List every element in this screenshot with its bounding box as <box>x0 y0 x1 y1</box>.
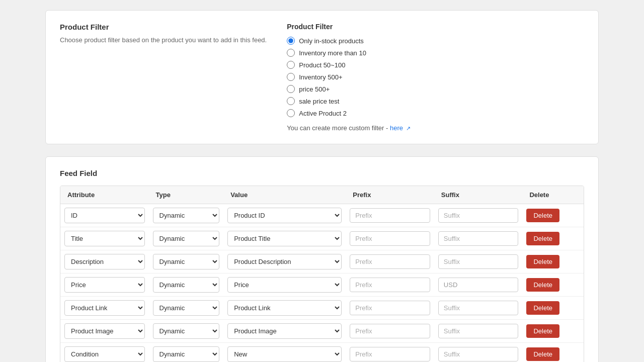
suffix-input-5[interactable] <box>438 324 519 338</box>
type-select-1[interactable]: Dynamic <box>153 231 220 246</box>
suffix-input-4[interactable] <box>438 301 519 315</box>
radio-item-product-50-100: Product 50~100 <box>287 61 584 69</box>
radio-product-50-100[interactable] <box>287 61 295 69</box>
radio-item-inventory-500-plus: Inventory 500+ <box>287 73 584 81</box>
type-select-5[interactable]: Dynamic <box>153 323 220 339</box>
prefix-input-3[interactable] <box>350 278 430 292</box>
table-body: IDDynamicProduct IDDeleteTitleDynamicPro… <box>60 204 584 363</box>
suffix-input-3[interactable] <box>438 278 519 292</box>
custom-filter-link[interactable]: here ↗ <box>390 124 411 132</box>
th-suffix: Suffix <box>434 186 523 204</box>
type-select-4[interactable]: Dynamic <box>153 300 220 316</box>
th-prefix: Prefix <box>346 186 434 204</box>
delete-button-0[interactable]: Delete <box>526 209 559 222</box>
attribute-select-1[interactable]: Title <box>64 231 145 246</box>
value-select-1[interactable]: Product Title <box>227 231 342 246</box>
value-select-5[interactable]: Product Image <box>227 323 342 339</box>
radio-only-in-stock[interactable] <box>287 37 295 45</box>
radio-label-product-50-100[interactable]: Product 50~100 <box>299 61 345 69</box>
radio-label-inventory-500-plus[interactable]: Inventory 500+ <box>299 73 342 81</box>
radio-price-500-plus[interactable] <box>287 85 295 93</box>
value-select-2[interactable]: Product Description <box>227 254 342 269</box>
external-link-icon: ↗ <box>406 125 411 131</box>
radio-label-inventory-more-10[interactable]: Inventory more than 10 <box>299 49 366 57</box>
prefix-input-4[interactable] <box>350 301 430 315</box>
radio-label-only-in-stock[interactable]: Only in-stock products <box>299 37 364 45</box>
delete-button-1[interactable]: Delete <box>526 232 559 245</box>
suffix-input-6[interactable] <box>438 347 519 361</box>
radio-inventory-500-plus[interactable] <box>287 73 295 81</box>
filter-left: Product Filter Choose product filter bas… <box>60 23 267 132</box>
custom-filter-note: You can create more custom filter - here… <box>287 124 584 132</box>
prefix-input-2[interactable] <box>350 254 430 269</box>
radio-item-only-in-stock: Only in-stock products <box>287 37 584 45</box>
th-type: Type <box>149 186 224 204</box>
product-filter-section: Product Filter Choose product filter bas… <box>45 10 599 144</box>
table-row: IDDynamicProduct IDDelete <box>60 204 584 227</box>
radio-item-price-500-plus: price 500+ <box>287 85 584 93</box>
delete-button-5[interactable]: Delete <box>526 324 559 338</box>
delete-button-3[interactable]: Delete <box>526 278 559 292</box>
feed-field-title: Feed Field <box>60 169 584 177</box>
prefix-input-5[interactable] <box>350 324 430 338</box>
attribute-select-0[interactable]: ID <box>64 208 145 223</box>
th-delete: Delete <box>522 186 584 204</box>
table-row: ConditionDynamicNewDelete <box>60 343 584 363</box>
suffix-input-1[interactable] <box>438 231 519 246</box>
prefix-input-6[interactable] <box>350 347 430 361</box>
delete-button-2[interactable]: Delete <box>526 255 559 268</box>
attribute-select-3[interactable]: Price <box>64 277 145 293</box>
table-row: TitleDynamicProduct TitleDelete <box>60 227 584 250</box>
delete-button-6[interactable]: Delete <box>526 347 559 361</box>
feed-field-table: Attribute Type Value Prefix Suffix Delet… <box>60 186 584 362</box>
table-row: DescriptionDynamicProduct DescriptionDel… <box>60 250 584 274</box>
attribute-select-6[interactable]: Condition <box>64 346 145 362</box>
filter-left-title: Product Filter <box>60 23 267 31</box>
table-header-row: Attribute Type Value Prefix Suffix Delet… <box>60 186 584 204</box>
radio-active-product-2[interactable] <box>287 109 295 117</box>
radio-label-price-500-plus[interactable]: price 500+ <box>299 85 330 93</box>
th-value: Value <box>223 186 346 204</box>
table-row: PriceDynamicPriceDelete <box>60 274 584 297</box>
prefix-input-0[interactable] <box>350 208 430 223</box>
filter-left-desc: Choose product filter based on the produ… <box>60 35 267 45</box>
radio-label-active-product-2[interactable]: Active Product 2 <box>299 110 347 117</box>
prefix-input-1[interactable] <box>350 231 430 246</box>
value-select-0[interactable]: Product ID <box>227 208 342 223</box>
radio-item-sale-price-test: sale price test <box>287 97 584 105</box>
suffix-input-2[interactable] <box>438 254 519 269</box>
filter-right: Product Filter Only in-stock productsInv… <box>287 23 584 132</box>
th-attribute: Attribute <box>60 186 149 204</box>
suffix-input-0[interactable] <box>438 208 519 223</box>
table-row: Product LinkDynamicProduct LinkDelete <box>60 297 584 320</box>
radio-item-inventory-more-10: Inventory more than 10 <box>287 49 584 57</box>
table-row: Product ImageDynamicProduct ImageDelete <box>60 320 584 343</box>
page-container: Product Filter Choose product filter bas… <box>45 10 599 362</box>
value-select-6[interactable]: New <box>227 346 342 362</box>
attribute-select-4[interactable]: Product Link <box>64 300 145 316</box>
value-select-3[interactable]: Price <box>227 277 342 293</box>
radio-sale-price-test[interactable] <box>287 97 295 105</box>
table-wrapper: Attribute Type Value Prefix Suffix Delet… <box>60 186 584 362</box>
type-select-3[interactable]: Dynamic <box>153 277 220 293</box>
feed-field-section: Feed Field Attribute Type Value Prefix S… <box>45 156 599 362</box>
radio-group: Only in-stock productsInventory more tha… <box>287 37 584 117</box>
filter-right-title: Product Filter <box>287 23 584 31</box>
delete-button-4[interactable]: Delete <box>526 301 559 315</box>
value-select-4[interactable]: Product Link <box>227 300 342 316</box>
type-select-6[interactable]: Dynamic <box>153 346 220 362</box>
attribute-select-5[interactable]: Product Image <box>64 323 145 339</box>
type-select-0[interactable]: Dynamic <box>153 208 220 223</box>
attribute-select-2[interactable]: Description <box>64 254 145 269</box>
type-select-2[interactable]: Dynamic <box>153 254 220 269</box>
radio-item-active-product-2: Active Product 2 <box>287 109 584 117</box>
radio-inventory-more-10[interactable] <box>287 49 295 57</box>
radio-label-sale-price-test[interactable]: sale price test <box>299 98 339 105</box>
